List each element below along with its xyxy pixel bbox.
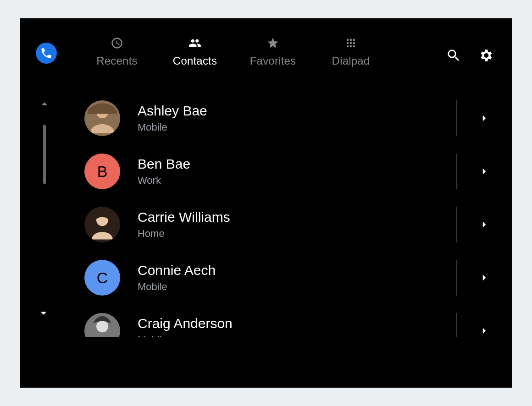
svg-point-2: [353, 39, 355, 41]
chevron-right-icon: [478, 325, 490, 337]
tab-favorites[interactable]: Favorites: [234, 36, 312, 67]
scroll-rail: [20, 92, 57, 388]
tab-recents-label: Recents: [96, 55, 137, 67]
contact-type: Home: [138, 228, 456, 240]
settings-button[interactable]: [478, 48, 493, 65]
contact-details-button[interactable]: [457, 325, 512, 337]
avatar: B: [84, 154, 120, 189]
contact-row[interactable]: C Connie Aech Mobile: [84, 251, 512, 304]
phone-icon: [40, 47, 53, 60]
avatar-letter: C: [97, 269, 108, 287]
search-button[interactable]: [446, 48, 461, 65]
avatar: [84, 207, 120, 242]
contact-name: Ashley Bae: [138, 103, 456, 119]
contact-details-button[interactable]: [457, 165, 512, 177]
contact-info: Ashley Bae Mobile: [120, 103, 456, 133]
star-icon: [266, 36, 279, 50]
content-area: Ashley Bae Mobile B Ben Bae Work: [20, 92, 512, 388]
chevron-up-icon: [38, 97, 51, 111]
svg-point-0: [347, 39, 349, 41]
contacts-list-wrap: Ashley Bae Mobile B Ben Bae Work: [57, 92, 512, 388]
avatar: [84, 100, 120, 136]
contact-type: Mobile: [138, 281, 456, 293]
contact-row[interactable]: Carrie Williams Home: [84, 198, 512, 251]
contact-info: Craig Anderson Mobile: [120, 316, 456, 337]
people-icon: [188, 36, 201, 50]
scroll-up-button[interactable]: [38, 97, 51, 113]
contact-row[interactable]: Craig Anderson Mobile: [84, 304, 512, 337]
chevron-right-icon: [478, 219, 490, 230]
svg-point-7: [350, 45, 352, 48]
chevron-down-icon: [37, 306, 50, 320]
tab-dialpad-label: Dialpad: [332, 55, 370, 67]
search-icon: [446, 48, 461, 63]
contact-name: Ben Bae: [138, 156, 456, 172]
person-photo-icon: [84, 207, 120, 242]
svg-point-3: [347, 42, 349, 44]
tab-dialpad[interactable]: Dialpad: [312, 36, 390, 67]
tab-contacts-label: Contacts: [173, 55, 217, 67]
contact-name: Connie Aech: [138, 263, 456, 278]
chevron-right-icon: [478, 272, 490, 284]
clock-icon: [111, 36, 123, 50]
dialer-app: Recents Contacts Favorites Dialpad: [20, 18, 512, 388]
contact-type: Work: [138, 175, 456, 187]
avatar: [84, 313, 120, 337]
tab-bar: Recents Contacts Favorites Dialpad: [78, 24, 390, 67]
tab-favorites-label: Favorites: [250, 55, 296, 67]
contact-name: Craig Anderson: [138, 316, 456, 331]
chevron-right-icon: [478, 165, 490, 177]
svg-point-8: [353, 45, 355, 48]
tab-contacts[interactable]: Contacts: [156, 36, 234, 67]
contact-name: Carrie Williams: [138, 209, 456, 225]
top-actions: [446, 27, 498, 65]
person-photo-icon: [84, 100, 120, 136]
contact-type: Mobile: [138, 121, 456, 133]
contact-details-button[interactable]: [457, 272, 512, 284]
svg-point-6: [347, 45, 349, 48]
contact-row[interactable]: Ashley Bae Mobile: [84, 92, 512, 145]
contact-details-button[interactable]: [457, 112, 512, 124]
contact-type: Mobile: [138, 334, 456, 337]
scrollbar-thumb[interactable]: [43, 125, 46, 184]
contact-details-button[interactable]: [457, 219, 512, 230]
contact-row[interactable]: B Ben Bae Work: [84, 145, 512, 198]
avatar: C: [84, 260, 120, 296]
contact-info: Connie Aech Mobile: [120, 263, 456, 293]
contact-info: Ben Bae Work: [120, 156, 456, 187]
contacts-list[interactable]: Ashley Bae Mobile B Ben Bae Work: [84, 92, 512, 337]
dial-button[interactable]: [36, 43, 57, 64]
svg-point-1: [350, 39, 352, 41]
tab-recents[interactable]: Recents: [78, 36, 156, 67]
svg-point-4: [350, 42, 352, 44]
gear-icon: [478, 48, 493, 63]
top-bar: Recents Contacts Favorites Dialpad: [20, 18, 512, 73]
person-photo-icon: [84, 313, 120, 337]
contact-info: Carrie Williams Home: [120, 209, 456, 240]
svg-point-11: [96, 320, 108, 332]
svg-point-5: [353, 42, 355, 44]
scroll-down-button[interactable]: [37, 306, 50, 322]
chevron-right-icon: [478, 112, 490, 124]
avatar-letter: B: [97, 163, 108, 181]
dialpad-icon: [344, 36, 357, 50]
